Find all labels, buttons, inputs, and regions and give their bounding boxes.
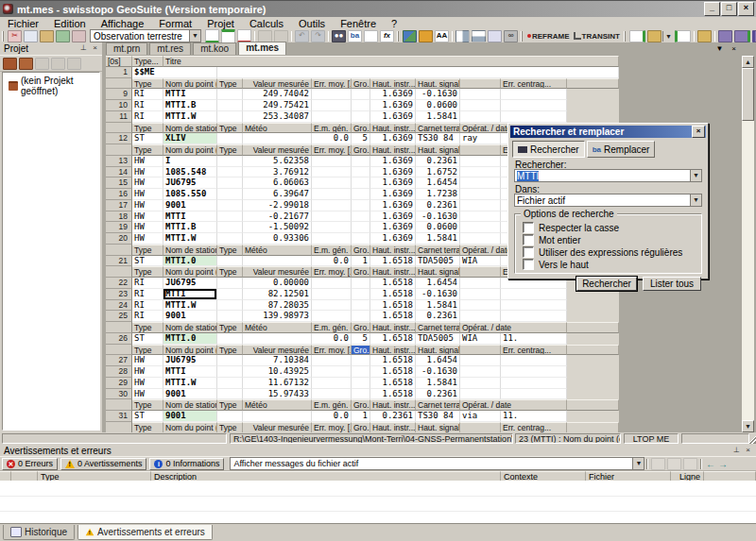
- grid-cell[interactable]: 9001: [163, 200, 217, 211]
- tab-list-dropdown-icon[interactable]: ▼: [714, 44, 725, 55]
- pin-icon[interactable]: ⊥: [78, 43, 89, 54]
- combo-dropdown-icon[interactable]: ▼: [690, 170, 701, 181]
- column-header[interactable]: Err. moy. [...: [312, 144, 352, 156]
- grid-cell[interactable]: [312, 300, 352, 312]
- grid-cell[interactable]: [460, 389, 501, 400]
- grid-cell[interactable]: [460, 189, 501, 200]
- grid-cell[interactable]: [460, 378, 501, 389]
- search-button[interactable]: Rechercher: [576, 277, 637, 291]
- grid-cell[interactable]: [312, 89, 352, 100]
- grid-cell[interactable]: [460, 156, 501, 167]
- row-number[interactable]: [106, 422, 132, 433]
- column-header[interactable]: Haut. signal...: [416, 266, 460, 278]
- row-number[interactable]: [106, 123, 132, 134]
- grid-cell[interactable]: [352, 167, 370, 178]
- checkbox-icon[interactable]: [523, 234, 534, 245]
- grid-cell[interactable]: 1.6369: [370, 200, 416, 211]
- scope-combo[interactable]: Fichier actif ▼: [514, 194, 702, 207]
- grid-cell[interactable]: -0.1630: [416, 211, 460, 223]
- column-header[interactable]: Nom de station: [163, 123, 217, 134]
- row-number[interactable]: 26: [106, 333, 132, 345]
- option-search-up[interactable]: Vers le haut: [523, 259, 589, 270]
- row-number[interactable]: 18: [106, 211, 132, 223]
- grid-cell[interactable]: ray: [460, 133, 501, 144]
- grid-cell[interactable]: [312, 233, 352, 245]
- row-number[interactable]: 20: [106, 233, 132, 245]
- grid-cell[interactable]: HW: [132, 366, 163, 378]
- grid-cell[interactable]: TS30 84: [416, 133, 460, 144]
- grid-cell[interactable]: HW: [132, 222, 163, 233]
- grid-cell[interactable]: RI: [132, 311, 163, 322]
- row-number[interactable]: 24: [106, 300, 132, 312]
- grid-cell[interactable]: -2.99018: [243, 200, 312, 211]
- grid-cell[interactable]: 0.2361: [416, 200, 460, 211]
- column-header[interactable]: Haut. instr...: [370, 322, 416, 333]
- grid-cell[interactable]: [501, 366, 567, 378]
- grid-cell[interactable]: 1.6369: [370, 133, 416, 144]
- column-header[interactable]: [567, 422, 619, 433]
- fx-icon[interactable]: fx: [380, 30, 394, 42]
- column-header[interactable]: Gro...: [352, 345, 370, 356]
- grid-cell-station[interactable]: MTTI.0: [163, 256, 217, 267]
- message-filter-combo[interactable]: Afficher messages du fichier actif ▼: [230, 457, 644, 470]
- column-header[interactable]: Haut. instr...: [370, 422, 416, 433]
- grid-cell[interactable]: -0.21677: [243, 211, 312, 223]
- row-number[interactable]: 16: [106, 189, 132, 200]
- grid-cell[interactable]: [352, 278, 370, 289]
- grid-cell[interactable]: JU6795: [163, 278, 217, 289]
- grid-cell[interactable]: 1.6518: [370, 289, 416, 300]
- column-header-titre[interactable]: Titre: [163, 56, 619, 67]
- grid-cell[interactable]: 0.0600: [416, 100, 460, 111]
- paste-icon[interactable]: [40, 30, 54, 42]
- grid-cell[interactable]: [217, 189, 243, 200]
- grid-cell[interactable]: 15.97433: [243, 389, 312, 400]
- grid-cell[interactable]: [352, 200, 370, 211]
- column-header[interactable]: Opérat. / date: [460, 399, 567, 411]
- column-header[interactable]: Carnet terrain: [416, 322, 460, 333]
- option-whole-word[interactable]: Mot entier: [523, 234, 580, 245]
- errors-filter-button[interactable]: ✕0 Erreurs: [2, 458, 58, 470]
- folder-icon[interactable]: [697, 30, 712, 42]
- grid-cell[interactable]: 1085.548: [163, 167, 217, 178]
- toolbar-grip[interactable]: [624, 31, 626, 42]
- grid-cell[interactable]: 0.0: [312, 133, 352, 144]
- grid-cell[interactable]: [352, 156, 370, 167]
- grid-cell[interactable]: HW: [132, 355, 163, 366]
- column-header[interactable]: Err. moy. [...: [312, 422, 352, 433]
- column-header[interactable]: Type: [217, 78, 243, 90]
- grid-cell[interactable]: [460, 167, 501, 178]
- toolbar-grip[interactable]: [521, 31, 523, 42]
- grid-cell[interactable]: [352, 389, 370, 400]
- grid-cell[interactable]: [243, 333, 312, 345]
- grid-cell[interactable]: [312, 178, 352, 189]
- grid-cell[interactable]: RI: [132, 100, 163, 111]
- scroll-up-icon[interactable]: ▲: [742, 56, 754, 68]
- next-message-icon[interactable]: →: [716, 459, 729, 469]
- column-header[interactable]: Type: [217, 266, 243, 278]
- grid-cell[interactable]: [501, 378, 567, 389]
- grid-cell[interactable]: [217, 200, 243, 211]
- project-settings-icon[interactable]: [67, 58, 81, 70]
- grid-cell[interactable]: 1.6369: [370, 211, 416, 223]
- grid-cell[interactable]: 1.6518: [370, 355, 416, 366]
- flag-icon[interactable]: [419, 30, 433, 42]
- grid-cell[interactable]: JU6795: [163, 355, 217, 366]
- grid-cell[interactable]: RI: [132, 300, 163, 312]
- insert-line-below-icon[interactable]: [221, 29, 235, 43]
- grid-cell[interactable]: JU6795: [163, 178, 217, 189]
- column-header[interactable]: Type: [217, 123, 243, 134]
- column-header[interactable]: [460, 78, 501, 90]
- grid-cell[interactable]: [352, 189, 370, 200]
- grid-cell[interactable]: [312, 289, 352, 300]
- row-number[interactable]: 27: [106, 355, 132, 366]
- grid-cell-station[interactable]: 9001: [163, 411, 217, 422]
- column-header[interactable]: Nom du point (...: [163, 266, 217, 278]
- fonts-icon[interactable]: AA: [435, 30, 449, 42]
- close-panel-icon[interactable]: ×: [743, 446, 753, 456]
- column-header[interactable]: Valeur mesurée: [243, 266, 312, 278]
- grid-cell[interactable]: [460, 355, 501, 366]
- grid-cell[interactable]: 249.74042: [243, 89, 312, 100]
- grid-cell[interactable]: 0.2361: [370, 411, 416, 422]
- row-number[interactable]: 14: [106, 167, 132, 178]
- column-header[interactable]: Haut. instr...: [370, 345, 416, 356]
